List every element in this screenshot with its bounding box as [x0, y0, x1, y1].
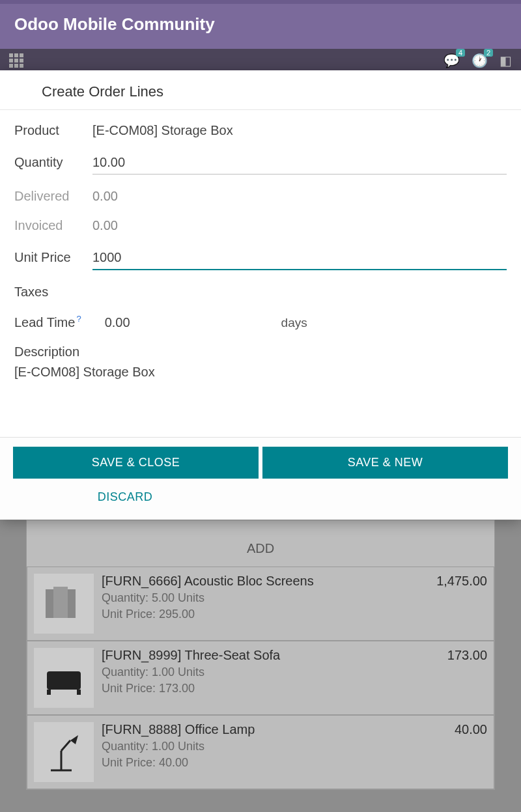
lead-time-label: Lead Time? [14, 314, 81, 330]
svg-rect-3 [47, 671, 81, 690]
product-unit-price: Unit Price: 295.00 [102, 608, 429, 621]
product-label: Product [14, 123, 85, 138]
taxes-label: Taxes [14, 285, 85, 300]
quantity-input[interactable] [92, 152, 507, 175]
invoiced-label: Invoiced [14, 218, 85, 233]
product-value[interactable]: [E-COM08] Storage Box [92, 123, 233, 138]
invoiced-value: 0.00 [92, 218, 118, 233]
product-qty: Quantity: 1.00 Units [102, 665, 440, 679]
unit-price-label: Unit Price [14, 250, 85, 265]
product-total: 40.00 [455, 722, 487, 782]
activity-icon[interactable]: 🕐2 [472, 53, 488, 68]
product-name: [FURN_8999] Three-Seat Sofa [102, 648, 440, 663]
product-unit-price: Unit Price: 173.00 [102, 682, 440, 695]
help-icon[interactable]: ? [76, 314, 81, 324]
lead-time-unit: days [281, 316, 307, 330]
description-label: Description [14, 344, 507, 359]
product-name: [FURN_8888] Office Lamp [102, 722, 447, 737]
save-new-button[interactable]: SAVE & NEW [262, 447, 508, 479]
delivered-label: Delivered [14, 189, 85, 204]
messaging-icon[interactable]: 💬4 [444, 53, 460, 68]
svg-rect-2 [53, 587, 68, 618]
svg-rect-5 [77, 690, 81, 695]
product-unit-price: Unit Price: 40.00 [102, 756, 447, 770]
sub-header: 💬4 🕐2 ◧ [0, 49, 521, 72]
dialog-body: Product [E-COM08] Storage Box Quantity D… [0, 110, 521, 437]
list-item[interactable]: [FURN_8888] Office Lamp Quantity: 1.00 U… [27, 715, 494, 789]
product-image-icon [34, 648, 94, 708]
add-section-label: ADD [27, 520, 494, 567]
list-item[interactable]: [FURN_6666] Acoustic Bloc Screens Quanti… [27, 567, 494, 641]
user-icon[interactable]: ◧ [500, 53, 512, 68]
dialog-footer: SAVE & CLOSE SAVE & NEW DISCARD [0, 437, 521, 520]
svg-rect-4 [47, 690, 51, 695]
product-total: 173.00 [447, 648, 487, 708]
product-total: 1,475.00 [436, 574, 487, 634]
lead-time-value[interactable]: 0.00 [105, 315, 130, 330]
modal-overlay: Create Order Lines Product [E-COM08] Sto… [0, 70, 521, 520]
save-close-button[interactable]: SAVE & CLOSE [13, 447, 259, 479]
product-name: [FURN_6666] Acoustic Bloc Screens [102, 574, 429, 589]
product-image-icon [34, 722, 94, 782]
delivered-value: 0.00 [92, 189, 118, 204]
messaging-count: 4 [456, 49, 465, 57]
quantity-label: Quantity [14, 155, 85, 170]
list-item[interactable]: [FURN_8999] Three-Seat Sofa Quantity: 1.… [27, 641, 494, 715]
app-title: Odoo Mobile Community [14, 14, 507, 35]
activity-count: 2 [484, 49, 493, 57]
description-value[interactable]: [E-COM08] Storage Box [14, 365, 507, 380]
apps-grid-icon[interactable] [9, 53, 23, 68]
create-order-lines-dialog: Create Order Lines Product [E-COM08] Sto… [0, 70, 521, 520]
app-header: Odoo Mobile Community [0, 4, 521, 49]
svg-line-8 [61, 740, 70, 751]
dialog-title: Create Order Lines [0, 70, 521, 110]
discard-button[interactable]: DISCARD [13, 481, 237, 513]
product-qty: Quantity: 5.00 Units [102, 591, 429, 605]
product-qty: Quantity: 1.00 Units [102, 740, 447, 753]
product-image-icon [34, 574, 94, 634]
unit-price-input[interactable] [92, 247, 507, 270]
